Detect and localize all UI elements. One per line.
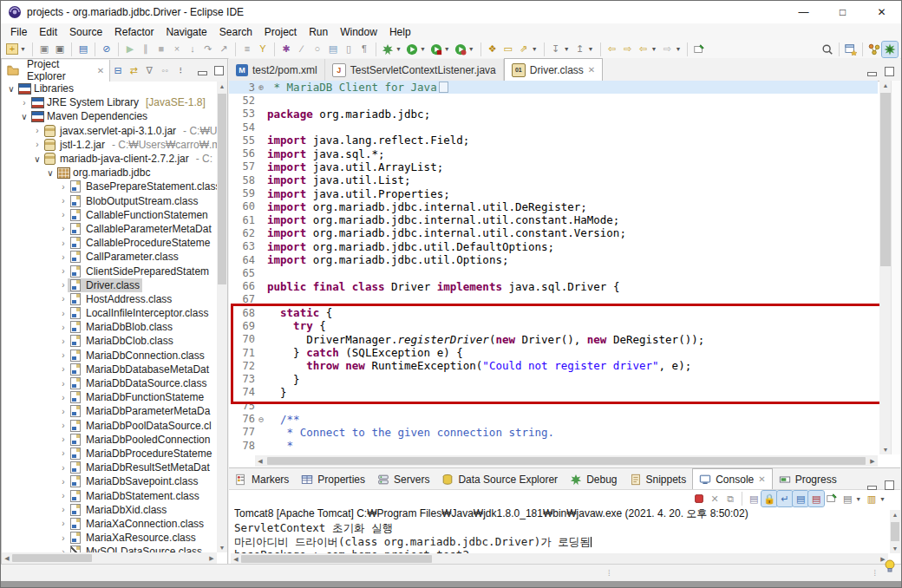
collapse-arrow-icon[interactable]: ∨	[20, 112, 29, 121]
tree-item[interactable]: ∨Libraries	[2, 82, 217, 95]
refresh-button[interactable]: ○	[310, 42, 325, 57]
code-line-63[interactable]: 63import org.mariadb.jdbc.util.DefaultOp…	[229, 240, 878, 253]
tree-item[interactable]: ›MariaDbDatabaseMetaDat	[2, 363, 217, 376]
code-editor[interactable]: 3⊕ * MariaDB Client for Java5253package …	[229, 81, 878, 454]
code-line-77[interactable]: 77 * Connect to the given connection str…	[229, 426, 878, 439]
tree-item[interactable]: ›LocalInfileInterceptor.class	[2, 306, 217, 320]
perspective-database-button[interactable]	[866, 42, 882, 57]
display-selected-console-button[interactable]: ▤	[840, 491, 855, 506]
export-dropdown-icon[interactable]: ▼	[588, 46, 594, 52]
open-console-view-button[interactable]: ▤	[75, 42, 91, 57]
tree-item[interactable]: ›MariaDbSavepoint.class	[2, 474, 217, 488]
forward-history-dropdown-icon[interactable]: ▼	[675, 46, 681, 52]
last-edit-location-button[interactable]: ⇦	[636, 42, 651, 57]
step-over-button[interactable]: ↷	[200, 42, 216, 57]
tree-item[interactable]: ›MariaDbStatement.class	[2, 488, 217, 502]
tree-item[interactable]: ›MariaDbPoolDataSource.cl	[2, 419, 217, 433]
expand-arrow-icon[interactable]: ›	[20, 98, 29, 108]
forward-history-button[interactable]: ⇨	[659, 42, 675, 57]
back-button[interactable]: ⇦	[605, 42, 620, 57]
code-line-60[interactable]: 60import org.mariadb.jdbc.internal.util.…	[229, 200, 878, 213]
skip-all-breakpoints-button[interactable]: ⊘	[99, 42, 114, 57]
tree-item[interactable]: ›CallableProcedureStateme	[2, 236, 217, 250]
tree-horizontal-scrollbar[interactable]: ◀ ▶	[2, 552, 217, 564]
code-line-61[interactable]: 61import org.mariadb.jdbc.internal.util.…	[229, 213, 878, 226]
code-line-73[interactable]: 73 }	[229, 373, 878, 386]
mark-occurrences-button[interactable]: ∕	[294, 42, 310, 57]
tree-item[interactable]: ›Driver.class	[2, 278, 217, 292]
expand-arrow-icon[interactable]: ›	[59, 393, 68, 402]
view-tab-servers[interactable]: Servers	[371, 469, 435, 489]
menu-run[interactable]: Run	[303, 24, 334, 40]
tree-item[interactable]: ›ClientSidePreparedStatem	[2, 264, 217, 278]
import-button[interactable]: ↧	[548, 42, 564, 57]
menu-project[interactable]: Project	[258, 24, 303, 40]
code-line-62[interactable]: 62import org.mariadb.jdbc.internal.util.…	[229, 226, 878, 239]
terminate-button[interactable]: ■	[154, 42, 169, 57]
editor-tab-testservletcontextlistener-java[interactable]: JTestServletContextListener.java	[325, 59, 504, 81]
tree-item[interactable]: ›CallParameter.class	[2, 250, 217, 264]
save-all-button[interactable]: ▣	[52, 42, 68, 57]
tree-item[interactable]: ›MariaDbConnection.class	[2, 349, 217, 363]
minimize-button[interactable]: —	[784, 1, 823, 23]
expand-arrow-icon[interactable]: ›	[59, 519, 68, 528]
open-console-dropdown-icon[interactable]: ▼	[879, 496, 886, 502]
tree-vertical-scrollbar[interactable]: ▲ ▼	[217, 82, 227, 552]
expand-arrow-icon[interactable]: ›	[59, 210, 68, 219]
code-line-65[interactable]: 65	[229, 266, 878, 279]
maximize-view-button[interactable]	[212, 66, 224, 75]
import-dropdown-icon[interactable]: ▼	[564, 46, 570, 52]
collapse-arrow-icon[interactable]: ∨	[7, 84, 16, 94]
remove-launch-button[interactable]: ✕	[707, 491, 722, 506]
expand-arrow-icon[interactable]: ›	[59, 224, 68, 233]
code-line-74[interactable]: 74 }	[229, 386, 878, 399]
expand-arrow-icon[interactable]: ›	[59, 421, 68, 430]
expand-arrow-icon[interactable]: ›	[59, 533, 68, 543]
menu-refactor[interactable]: Refactor	[108, 24, 160, 40]
word-wrap-button[interactable]: ↵	[777, 491, 793, 506]
expand-arrow-icon[interactable]: ›	[59, 309, 68, 318]
close-view-icon[interactable]: ✕	[97, 66, 104, 75]
code-line-68[interactable]: 68 static {	[229, 306, 878, 319]
tree-item[interactable]: ›MariaXaConnection.class	[2, 517, 217, 531]
minimize-editor-button[interactable]	[866, 67, 878, 75]
open-console-button[interactable]: ▥	[864, 491, 879, 506]
code-line-58[interactable]: 58import java.util.List;	[229, 173, 878, 186]
code-line-72[interactable]: 72 throw new RuntimeException("Could not…	[229, 359, 878, 372]
close-tab-icon[interactable]: ✕	[758, 474, 765, 484]
view-tab-progress[interactable]: Progress	[773, 469, 843, 489]
tree-item[interactable]: ›MySQLDataSource.class	[2, 545, 217, 552]
save-button[interactable]: ▣	[36, 42, 52, 57]
code-line-59[interactable]: 59import java.util.Properties;	[229, 186, 878, 199]
code-line-52[interactable]: 52	[229, 94, 878, 107]
expand-arrow-icon[interactable]: ›	[59, 294, 68, 304]
pin-console-button[interactable]	[824, 491, 840, 506]
last-edit-location-dropdown-icon[interactable]: ▼	[651, 46, 657, 52]
scroll-lock-button[interactable]: 🔒	[761, 491, 777, 506]
expand-arrow-icon[interactable]: ›	[33, 140, 42, 149]
fold-marker-icon[interactable]: ⊕	[255, 82, 267, 92]
statusbar-drag-handle-right[interactable]: ⁞	[873, 569, 877, 578]
view-tab-console[interactable]: Console✕	[692, 468, 772, 489]
expand-arrow-icon[interactable]: ›	[33, 126, 42, 135]
tree-item[interactable]: ›BasePrepareStatement.class	[2, 180, 217, 193]
tree-item[interactable]: ›BlobOutputStream.class	[2, 194, 217, 208]
external-tools-dropdown-icon[interactable]: ▼	[468, 46, 474, 52]
open-resource-button[interactable]: ▭	[500, 42, 516, 57]
menu-help[interactable]: Help	[383, 24, 417, 40]
open-perspective-button[interactable]	[843, 42, 859, 57]
new-wizard-button[interactable]: +	[4, 42, 20, 57]
tree-item[interactable]: ›MariaDbFunctionStateme	[2, 390, 217, 404]
step-into-button[interactable]: ↓	[185, 42, 200, 57]
code-line-71[interactable]: 71 } catch (SQLException e) {	[229, 346, 878, 359]
tree-item[interactable]: ›MariaDbDataSource.class	[2, 376, 217, 390]
menu-edit[interactable]: Edit	[33, 24, 63, 40]
expand-arrow-icon[interactable]: ›	[59, 477, 68, 487]
tree-item[interactable]: ›CallableParameterMetaDat	[2, 222, 217, 236]
resume-button[interactable]: ▶	[122, 42, 138, 57]
forward-button[interactable]: ⇨	[620, 42, 636, 57]
code-line-56[interactable]: 56import java.sql.*;	[229, 147, 878, 160]
menu-window[interactable]: Window	[334, 24, 383, 40]
tree-item[interactable]: ∨org.mariadb.jdbc	[2, 166, 217, 180]
view-tab-data-source-explorer[interactable]: Data Source Explorer	[435, 469, 564, 489]
